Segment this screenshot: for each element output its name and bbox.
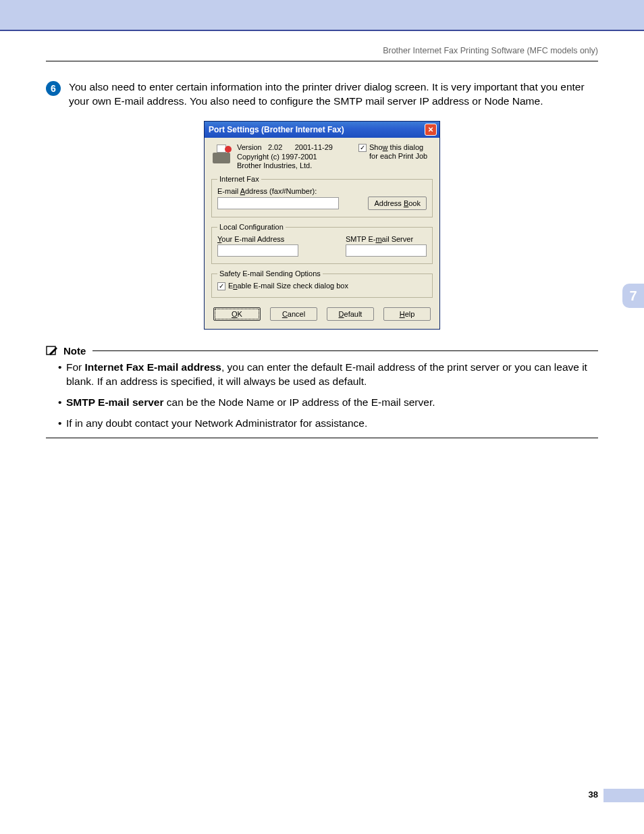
- dialog-titlebar[interactable]: Port Settings (Brother Internet Fax) ×: [205, 122, 439, 138]
- size-check-label: Enable E-mail Size check dialog box: [228, 282, 348, 290]
- note-list: For Internet Fax E-mail address, you can…: [46, 361, 598, 431]
- step-text: You also need to enter certain informati…: [69, 80, 598, 109]
- note-item-2: SMTP E-mail server can be the Node Name …: [58, 396, 598, 410]
- address-book-button[interactable]: Address Book: [368, 197, 427, 210]
- note-item-1: For Internet Fax E-mail address, you can…: [58, 361, 598, 389]
- group-internet-fax-legend: Internet Fax: [217, 175, 261, 183]
- running-head: Brother Internet Fax Printing Software (…: [46, 46, 598, 55]
- cancel-button[interactable]: Cancel: [270, 307, 317, 321]
- note-item-3: If in any doubt contact your Network Adm…: [58, 417, 598, 431]
- copyright: Copyright (c) 1997-2001: [237, 153, 353, 162]
- email-fax-label: E-mail Address (fax#Number):: [217, 187, 427, 195]
- port-settings-dialog: Port Settings (Brother Internet Fax) × V…: [204, 121, 440, 330]
- size-check-checkbox[interactable]: ✓: [217, 282, 225, 290]
- smtp-label: SMTP E-mail Server: [346, 235, 427, 243]
- close-icon[interactable]: ×: [425, 124, 437, 136]
- help-button[interactable]: Help: [383, 307, 431, 321]
- dialog-title: Port Settings (Brother Internet Fax): [209, 125, 344, 134]
- version-label: Version: [237, 143, 262, 151]
- group-safety: Safety E-mail Sending Options ✓ Enable E…: [211, 269, 433, 298]
- pencil-icon: [46, 344, 59, 357]
- version-date: 2001-11-29: [295, 143, 333, 151]
- page-number: 38: [0, 789, 598, 800]
- default-button[interactable]: Default: [327, 307, 374, 321]
- note-title: Note: [63, 345, 86, 357]
- note-rule-bottom: [46, 438, 598, 438]
- rule: [46, 61, 598, 61]
- note-rest-2: can be the Node Name or IP address of th…: [163, 396, 435, 408]
- your-email-label: Your E-mail Address: [217, 235, 298, 243]
- version-value: 2.02: [268, 143, 282, 151]
- group-local-config: Local Configuration Your E-mail Address …: [211, 223, 433, 264]
- note-bold-1: Internet Fax E-mail address: [85, 361, 221, 373]
- smtp-input[interactable]: [346, 244, 427, 257]
- version-info: Version 2.02 2001-11-29 Copyright (c) 19…: [237, 143, 353, 171]
- group-internet-fax: Internet Fax E-mail Address (fax#Number)…: [211, 175, 433, 217]
- group-safety-legend: Safety E-mail Sending Options: [217, 269, 323, 278]
- show-dialog-checkbox[interactable]: ✓: [358, 144, 367, 152]
- note-rule-top: [92, 350, 598, 351]
- group-local-legend: Local Configuration: [217, 223, 286, 231]
- ok-button[interactable]: OK: [213, 307, 261, 321]
- top-band: [0, 0, 644, 31]
- page-number-bar: [603, 789, 644, 802]
- your-email-input[interactable]: [217, 244, 298, 257]
- step-number-badge: 6: [46, 81, 61, 96]
- printer-icon: [211, 145, 232, 163]
- email-fax-input[interactable]: [217, 197, 339, 209]
- note-heading: Note: [46, 344, 598, 357]
- company: Brother Industries, Ltd.: [237, 161, 353, 171]
- chapter-tab: 7: [622, 284, 644, 308]
- show-dialog-label: Show this dialog for each Print Job: [369, 143, 433, 161]
- step-6: 6 You also need to enter certain informa…: [46, 80, 598, 109]
- note-bold-2: SMTP E-mail server: [66, 396, 163, 408]
